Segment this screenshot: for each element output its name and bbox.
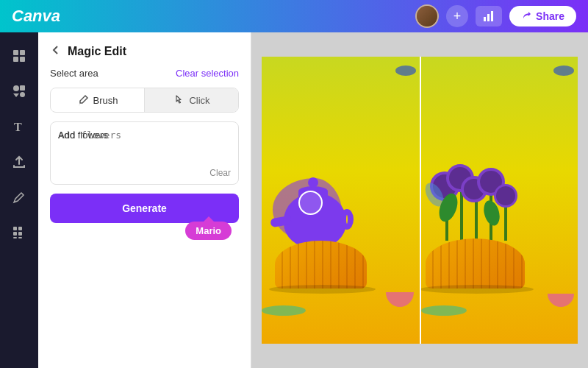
svg-rect-8 [20, 85, 25, 91]
prompt-clear-button[interactable]: Clear [209, 168, 231, 178]
svg-rect-5 [13, 57, 18, 62]
svg-rect-1 [487, 14, 490, 21]
tool-button-group: Brush Click [50, 88, 239, 113]
avatar[interactable] [415, 4, 439, 28]
magic-edit-panel: Magic Edit Select area Clear selection B… [38, 32, 251, 368]
header-actions: + Share [415, 4, 576, 28]
svg-rect-2 [491, 11, 493, 21]
sidebar-item-upload[interactable] [4, 147, 34, 177]
green-plate-left [262, 305, 306, 316]
analytics-button[interactable] [476, 6, 502, 26]
cupcake-base-right [426, 238, 525, 289]
select-area-label: Select area [50, 68, 98, 79]
click-icon [173, 94, 184, 106]
red-bowl-left [386, 292, 414, 307]
canvas-area [251, 32, 588, 368]
sidebar-item-apps[interactable] [4, 218, 34, 247]
cupcake-shadow-left [269, 285, 376, 294]
tooltip-container: Mario [50, 229, 239, 240]
svg-rect-0 [484, 17, 486, 21]
svg-rect-14 [18, 232, 22, 236]
share-icon [521, 11, 531, 21]
canva-logo: Canva [12, 7, 60, 26]
svg-rect-15 [13, 237, 17, 238]
cupcake-base-left [275, 241, 367, 289]
green-plate-right [421, 305, 467, 316]
clear-selection-button[interactable]: Clear selection [176, 68, 239, 79]
brush-icon [77, 94, 89, 106]
sidebar-item-elements[interactable] [4, 77, 34, 106]
cupcake-shadow-right [420, 285, 534, 294]
svg-rect-11 [13, 227, 17, 230]
canvas-divider [420, 57, 421, 344]
svg-rect-4 [20, 50, 25, 55]
stem2 [460, 182, 463, 241]
left-sidebar: T [0, 32, 38, 368]
bar-chart-icon [483, 10, 495, 22]
canvas [262, 57, 578, 344]
user-tooltip: Mario [185, 222, 232, 240]
add-button[interactable]: + [446, 5, 468, 27]
svg-rect-6 [20, 57, 25, 62]
share-button[interactable]: Share [509, 6, 576, 26]
bloom5 [496, 186, 515, 205]
app-header: Canva + Share [0, 0, 588, 32]
svg-rect-16 [18, 237, 22, 238]
select-area-row: Select area Clear selection [50, 68, 239, 79]
svg-point-7 [13, 85, 19, 91]
back-button[interactable] [50, 44, 62, 59]
stem3 [475, 193, 478, 241]
click-tool-button[interactable]: Click [145, 88, 238, 112]
brush-tool-button[interactable]: Brush [51, 88, 145, 112]
panel-title: Magic Edit [68, 45, 126, 58]
canvas-right [420, 57, 578, 344]
gray-bowl-top-left [395, 66, 416, 76]
teapot-circle [298, 191, 323, 215]
sidebar-item-text[interactable]: T [4, 112, 34, 141]
share-label: Share [536, 10, 564, 22]
prompt-input[interactable] [58, 130, 231, 174]
prompt-area: Add flowers Clear [50, 121, 239, 185]
svg-point-9 [20, 92, 25, 97]
stem5 [504, 200, 507, 241]
panel-header: Magic Edit [50, 44, 239, 59]
sidebar-item-draw[interactable] [4, 183, 34, 212]
teapot-handle [340, 209, 354, 230]
svg-rect-3 [13, 50, 18, 55]
red-bowl-right [548, 294, 574, 307]
svg-text:T: T [14, 121, 22, 133]
svg-rect-12 [18, 227, 22, 230]
gray-bowl-top-right [553, 66, 574, 76]
teapot-knob [308, 177, 318, 188]
sidebar-item-pages[interactable] [4, 41, 34, 71]
canvas-left [262, 57, 420, 344]
svg-rect-13 [13, 232, 17, 236]
